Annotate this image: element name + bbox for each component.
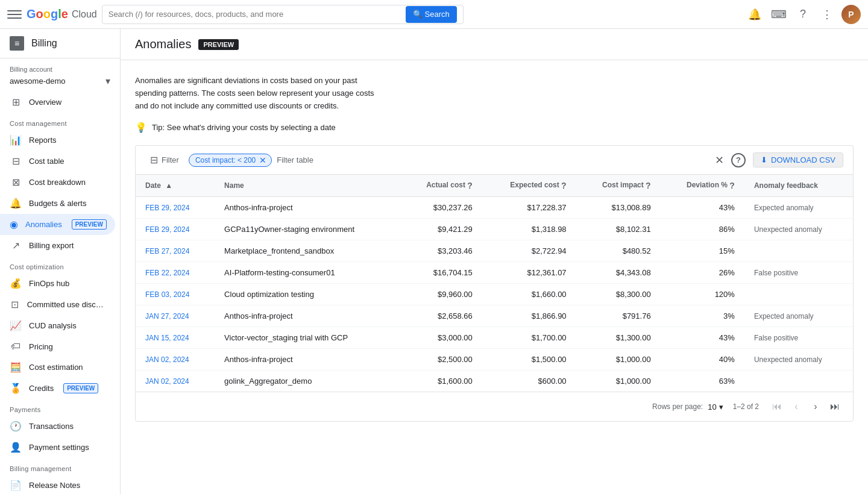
sidebar-item-transactions[interactable]: 🕐 Transactions	[0, 416, 115, 437]
cell-date: FEB 29, 2024	[136, 197, 215, 219]
prev-page-button[interactable]: ‹	[788, 398, 805, 415]
sidebar-item-budgets-alerts[interactable]: 🔔 Budgets & alerts	[0, 193, 115, 214]
close-filter-icon[interactable]: ✕	[715, 154, 724, 167]
date-link[interactable]: FEB 22, 2024	[145, 269, 189, 277]
expected-cost-help-icon[interactable]: ?	[561, 181, 567, 190]
table-row: FEB 03, 2024 Cloud optimization testing …	[136, 284, 853, 305]
help-icon[interactable]: ?	[793, 5, 813, 24]
notifications-icon[interactable]: 🔔	[745, 5, 764, 24]
cost-impact-filter-chip[interactable]: Cost impact: < 200 ✕	[189, 154, 272, 167]
sidebar-item-label: Transactions	[29, 422, 74, 431]
next-page-button[interactable]: ›	[807, 398, 824, 415]
sidebar-item-cost-breakdown[interactable]: ⊠ Cost breakdown	[0, 172, 115, 193]
sidebar-item-cost-estimation[interactable]: 🧮 Cost estimation	[0, 357, 115, 378]
credits-preview-badge: PREVIEW	[63, 383, 98, 393]
anomalies-icon: ◉	[10, 219, 18, 230]
billing-export-icon: ↗	[10, 240, 22, 251]
date-link[interactable]: JAN 15, 2024	[145, 334, 189, 342]
sidebar-item-committed-use[interactable]: ⊡ Committed use discounts...	[0, 294, 115, 315]
rows-per-page: Rows per page: 10 ▾	[652, 402, 723, 411]
date-link[interactable]: FEB 27, 2024	[145, 247, 189, 255]
filter-label: Filter	[162, 155, 179, 164]
download-icon: ⬇	[761, 155, 767, 164]
date-link[interactable]: JAN 02, 2024	[145, 355, 189, 364]
credits-icon: 🏅	[10, 383, 22, 394]
search-button[interactable]: 🔍 Search	[406, 6, 457, 23]
chip-close-icon[interactable]: ✕	[259, 155, 266, 165]
committed-use-icon: ⊡	[10, 299, 20, 310]
cell-deviation: 43%	[661, 327, 744, 349]
cell-feedback	[744, 370, 853, 392]
sidebar-item-pricing[interactable]: 🏷 Pricing	[0, 336, 115, 357]
filter-button[interactable]: ⊟ Filter	[145, 152, 184, 168]
search-input[interactable]	[108, 10, 401, 19]
download-csv-button[interactable]: ⬇ DOWNLOAD CSV	[753, 152, 843, 167]
billing-account-section: Billing account awesome-demo ▾	[0, 58, 120, 92]
avatar[interactable]: P	[841, 5, 861, 24]
sidebar-item-finops-hub[interactable]: 💰 FinOps hub	[0, 273, 115, 294]
tip-row: 💡 Tip: See what's driving your costs by …	[135, 122, 854, 133]
sidebar-item-credits[interactable]: 🏅 Credits PREVIEW	[0, 378, 115, 399]
budgets-icon: 🔔	[10, 198, 22, 209]
billing-account-select[interactable]: awesome-demo ▾	[10, 75, 110, 87]
actual-cost-help-icon[interactable]: ?	[467, 181, 473, 190]
sidebar-item-reports[interactable]: 📊 Reports	[0, 130, 115, 151]
help-filter-icon[interactable]: ?	[731, 153, 746, 167]
date-link[interactable]: FEB 29, 2024	[145, 204, 189, 212]
date-link[interactable]: JAN 27, 2024	[145, 312, 189, 320]
cell-deviation: 26%	[661, 262, 744, 284]
col-deviation: Deviation % ?	[661, 175, 744, 197]
sidebar-item-label: Budgets & alerts	[29, 199, 86, 208]
cell-cost-impact: $480.52	[576, 240, 661, 262]
date-link[interactable]: FEB 03, 2024	[145, 290, 189, 299]
cell-feedback	[744, 240, 853, 262]
cell-date: JAN 02, 2024	[136, 349, 215, 370]
rows-per-page-select[interactable]: 10 ▾	[708, 402, 723, 411]
more-options-icon[interactable]: ⋮	[817, 5, 837, 24]
cloud-text: Cloud	[72, 9, 97, 20]
col-date[interactable]: Date ▲	[136, 175, 215, 197]
hamburger-menu[interactable]	[7, 7, 22, 22]
page-buttons: ⏮ ‹ › ⏭	[769, 398, 843, 415]
terminal-icon[interactable]: ⌨	[769, 5, 788, 24]
col-name: Name	[215, 175, 401, 197]
sidebar-item-cost-table[interactable]: ⊟ Cost table	[0, 151, 115, 172]
sidebar-item-billing-export[interactable]: ↗ Billing export	[0, 235, 115, 256]
cell-actual-cost: $3,000.00	[401, 327, 482, 349]
sidebar-item-payment-settings[interactable]: 👤 Payment settings	[0, 437, 115, 458]
last-page-button[interactable]: ⏭	[826, 398, 843, 415]
cell-date: FEB 03, 2024	[136, 284, 215, 305]
deviation-help-icon[interactable]: ?	[729, 181, 735, 190]
sidebar-item-cud-analysis[interactable]: 📈 CUD analysis	[0, 315, 115, 336]
date-link[interactable]: JAN 02, 2024	[145, 377, 189, 386]
cell-deviation: 63%	[661, 370, 744, 392]
transactions-icon: 🕐	[10, 421, 22, 432]
cost-impact-help-icon[interactable]: ?	[646, 181, 651, 190]
overview-icon: ⊞	[10, 96, 22, 108]
filter-table-text[interactable]: Filter table	[277, 155, 313, 164]
cell-name: Cloud optimization testing	[215, 284, 401, 305]
first-page-button[interactable]: ⏮	[769, 398, 785, 415]
sidebar-item-anomalies[interactable]: ◉ Anomalies PREVIEW	[0, 214, 115, 235]
cell-expected-cost: $1,700.00	[482, 327, 576, 349]
cell-name: Marketplace_frontend_sandbox	[215, 240, 401, 262]
sidebar-item-label: Pricing	[29, 342, 53, 351]
sidebar-item-release-notes[interactable]: 📄 Release Notes	[0, 475, 115, 494]
date-link[interactable]: FEB 29, 2024	[145, 225, 189, 234]
payment-settings-icon: 👤	[10, 442, 22, 453]
sidebar-item-label: FinOps hub	[29, 279, 69, 288]
col-actual-cost: Actual cost ?	[401, 175, 482, 197]
description: Anomalies are significant deviations in …	[135, 75, 854, 112]
sidebar-item-overview[interactable]: ⊞ Overview	[0, 92, 115, 113]
cell-actual-cost: $9,421.29	[401, 219, 482, 240]
cell-cost-impact: $13,008.89	[576, 197, 661, 219]
pagination: Rows per page: 10 ▾ 1–2 of 2 ⏮ ‹ › ⏭	[136, 392, 853, 421]
col-expected-cost: Expected cost ?	[482, 175, 576, 197]
sidebar-item-label: Cost estimation	[29, 363, 83, 372]
cell-actual-cost: $3,203.46	[401, 240, 482, 262]
sidebar: ≡ Billing Billing account awesome-demo ▾…	[0, 29, 121, 494]
filter-bar-right: ✕ ? ⬇ DOWNLOAD CSV	[715, 152, 843, 167]
cell-deviation: 86%	[661, 219, 744, 240]
sidebar-item-label: Cost breakdown	[29, 178, 86, 187]
topbar-right: 🔔 ⌨ ? ⋮ P	[745, 5, 861, 24]
